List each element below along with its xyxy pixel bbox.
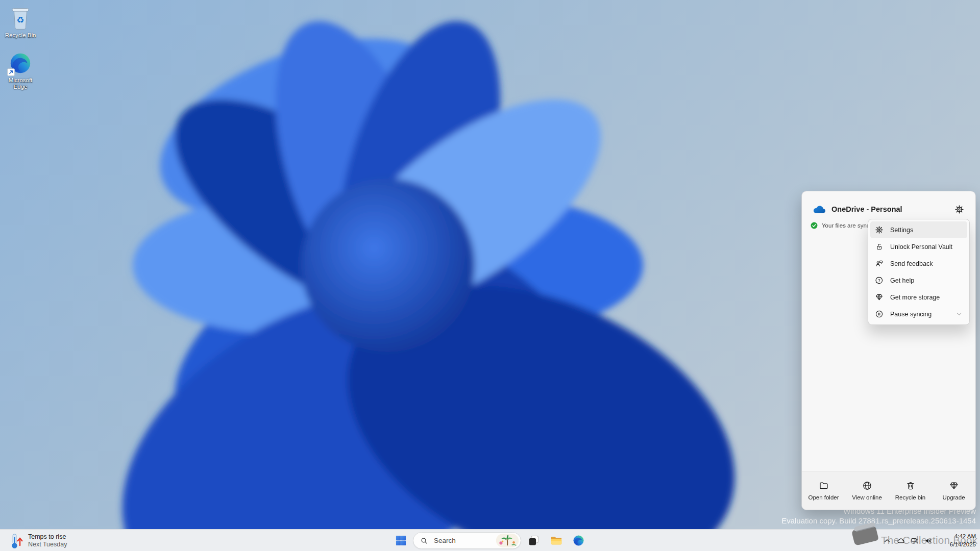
desktop: ? <box>0 0 980 551</box>
taskbar: The Collection Book Temps to rise Next T… <box>0 529 980 551</box>
folder-icon <box>819 481 829 491</box>
weather-thermometer-icon <box>10 533 23 549</box>
menu-item-pause-syncing[interactable]: Pause syncing <box>870 306 967 322</box>
feedback-icon <box>875 259 884 268</box>
view-online-label: View online <box>852 494 882 500</box>
taskbar-search-box[interactable] <box>413 532 521 549</box>
taskbar-center-icons <box>390 530 589 551</box>
file-explorer-button[interactable] <box>546 531 566 550</box>
onedrive-help-settings-button[interactable] <box>951 201 967 217</box>
weather-subtext: Next Tuesday <box>28 541 67 548</box>
clock-date: 6/14/2025 <box>950 540 976 548</box>
unlock-icon <box>875 242 884 251</box>
network-tray-button[interactable] <box>908 532 921 550</box>
help-icon <box>875 276 884 285</box>
onedrive-tray-button[interactable] <box>894 532 908 550</box>
open-folder-label: Open folder <box>808 494 839 500</box>
weather-headline: Temps to rise <box>28 533 67 541</box>
speaker-icon <box>924 537 933 545</box>
open-folder-button[interactable]: Open folder <box>802 481 845 500</box>
file-explorer-icon <box>550 534 562 547</box>
recycle-bin-label: Recycle bin <box>895 494 925 500</box>
start-button[interactable] <box>390 531 411 550</box>
menu-item-label: Send feedback <box>890 260 933 267</box>
menu-item-settings[interactable]: Settings <box>870 221 967 238</box>
upgrade-button[interactable]: Upgrade <box>932 481 975 500</box>
onedrive-cloud-icon <box>813 205 826 214</box>
menu-item-get-help[interactable]: Get help <box>870 272 967 289</box>
onedrive-settings-menu: Settings Unlock Personal Vault Send feed… <box>868 219 970 325</box>
diamond-icon <box>949 481 959 491</box>
edge-taskbar-button[interactable] <box>568 531 589 550</box>
volume-tray-button[interactable] <box>921 532 935 550</box>
desktop-icon-recycle-bin[interactable]: Recycle Bin <box>1 6 40 39</box>
menu-item-label: Get help <box>890 277 914 284</box>
desktop-icon-label: Microsoft Edge <box>1 77 40 90</box>
clock-time: 4:42 AM <box>950 532 976 540</box>
chevron-up-icon <box>883 537 891 545</box>
view-online-button[interactable]: View online <box>845 481 889 500</box>
search-highlight-image <box>496 534 519 547</box>
shortcut-arrow-icon <box>7 68 15 76</box>
menu-item-label: Get more storage <box>890 294 940 301</box>
recycle-bin-button[interactable]: Recycle bin <box>889 481 932 500</box>
taskbar-widgets-button[interactable]: Temps to rise Next Tuesday <box>7 531 70 550</box>
gear-icon <box>954 205 964 214</box>
menu-item-label: Unlock Personal Vault <box>890 243 952 251</box>
task-view-button[interactable] <box>523 531 544 550</box>
onedrive-header: OneDrive - Personal <box>802 191 975 217</box>
recycle-bin-icon <box>9 6 32 31</box>
windows-start-icon <box>395 534 407 547</box>
globe-icon <box>862 481 872 491</box>
onedrive-title: OneDrive - Personal <box>831 205 902 213</box>
search-input[interactable] <box>433 536 491 545</box>
network-icon <box>911 537 919 545</box>
menu-item-get-more-storage[interactable]: Get more storage <box>870 289 967 306</box>
desktop-icon-microsoft-edge[interactable]: Microsoft Edge <box>1 51 40 90</box>
menu-item-send-feedback[interactable]: Send feedback <box>870 255 967 272</box>
task-view-icon <box>527 534 540 547</box>
cloud-icon <box>897 537 905 545</box>
trash-icon <box>905 481 916 491</box>
desktop-icon-label: Recycle Bin <box>5 32 36 39</box>
diamond-icon <box>875 293 884 302</box>
taskbar-clock[interactable]: 4:42 AM 6/14/2025 <box>950 532 976 548</box>
onedrive-footer-toolbar: Open folder View online Recycle bin Upgr… <box>802 471 975 510</box>
menu-item-unlock-personal-vault[interactable]: Unlock Personal Vault <box>870 238 967 255</box>
show-hidden-icons-button[interactable] <box>880 532 894 550</box>
collection-book-watermark-icon <box>851 521 880 548</box>
upgrade-label: Upgrade <box>942 494 965 500</box>
search-icon <box>420 537 428 545</box>
system-tray <box>880 531 935 550</box>
menu-item-label: Pause syncing <box>890 311 932 318</box>
synced-check-icon <box>811 222 818 229</box>
gear-icon <box>875 226 884 234</box>
menu-item-label: Settings <box>890 227 913 234</box>
pause-icon <box>875 310 884 318</box>
edge-icon <box>572 534 585 547</box>
chevron-down-icon <box>956 311 963 317</box>
